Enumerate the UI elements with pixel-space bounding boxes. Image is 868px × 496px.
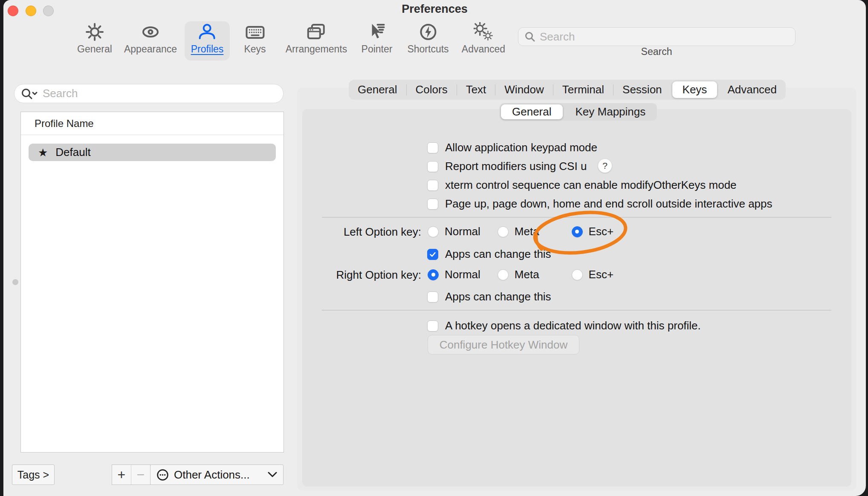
checkbox-label: A hotkey opens a dedicated window with t… [445, 319, 701, 332]
window-title: Preferences [3, 3, 866, 16]
checkbox-label: xterm control sequence can enable modify… [445, 179, 737, 192]
configure-hotkey-label: Configure Hotkey Window [440, 338, 568, 352]
other-actions-dropdown[interactable]: Other Actions... [150, 464, 284, 485]
gear-icon [85, 22, 104, 42]
tab-general[interactable]: General [349, 80, 406, 100]
radio-esc[interactable] [572, 269, 583, 280]
radio-label: Meta [515, 225, 539, 238]
subtab-key-mappings[interactable]: Key Mappings [564, 103, 657, 121]
toolbar-item-shortcuts[interactable]: Shortcuts [407, 22, 448, 55]
other-actions-label: Other Actions... [174, 468, 263, 482]
left-option-key-label: Left Option key: [293, 225, 421, 239]
keyboard-icon [245, 22, 265, 42]
circled-ellipsis-icon [156, 469, 169, 481]
person-icon [197, 22, 217, 42]
tags-button-label: Tags > [17, 469, 49, 481]
search-icon [524, 31, 535, 42]
toolbar-item-pointer[interactable]: Pointer [362, 22, 393, 55]
add-profile-button[interactable]: + [112, 465, 131, 484]
star-icon: ★ [38, 147, 48, 158]
profile-list: Profile Name ★ Default [20, 112, 284, 453]
toolbar-item-profiles[interactable]: Profiles [191, 22, 224, 55]
radio-normal-selected[interactable] [428, 269, 439, 280]
toolbar-search-field[interactable]: Search [518, 27, 796, 46]
profile-row-default[interactable]: ★ Default [29, 144, 276, 161]
checkbox-row-scroll-outside[interactable]: Page up, page down, home and end scroll … [427, 197, 773, 211]
screen: Preferences General Appearance Profiles [0, 0, 868, 496]
checkbox[interactable] [427, 180, 438, 191]
subtab-general[interactable]: General [501, 104, 563, 119]
eye-icon [141, 22, 160, 42]
radio-meta[interactable] [498, 226, 509, 237]
section-divider [322, 217, 831, 218]
toolbar-item-label: Arrangements [286, 43, 347, 55]
radio-label: Normal [445, 225, 480, 238]
help-button[interactable]: ? [598, 159, 612, 173]
toolbar-item-label: Keys [244, 43, 266, 55]
right-option-key-label: Right Option key: [293, 268, 421, 282]
windows-icon [307, 22, 326, 42]
toolbar-item-label: Shortcuts [407, 43, 448, 55]
plus-icon: + [117, 467, 125, 483]
tab-colors[interactable]: Colors [407, 80, 457, 100]
checkbox-row-left-apps-change[interactable]: Apps can change this [427, 248, 551, 261]
toolbar-search-placeholder: Search [540, 30, 575, 43]
toolbar-item-appearance[interactable]: Appearance [124, 22, 177, 55]
toolbar-item-label: Advanced [462, 43, 505, 55]
checkbox[interactable] [427, 320, 438, 332]
tab-text[interactable]: Text [457, 80, 495, 100]
toolbar-item-keys[interactable]: Keys [244, 22, 266, 55]
checkbox-row-csi-u[interactable]: Report modifiers using CSI u [427, 160, 587, 173]
tab-session[interactable]: Session [613, 80, 671, 100]
toolbar-item-label: General [77, 43, 112, 55]
tab-window[interactable]: Window [495, 80, 553, 100]
toolbar-item-label: Profiles [191, 43, 224, 55]
profile-search-placeholder: Search [43, 87, 78, 100]
toolbar-item-label: Pointer [362, 43, 393, 55]
checkbox[interactable] [427, 142, 438, 153]
remove-profile-button[interactable]: − [131, 465, 150, 484]
tab-keys[interactable]: Keys [672, 81, 718, 98]
checkbox-label: Page up, page down, home and end scroll … [445, 197, 773, 211]
check-icon [428, 250, 437, 259]
splitter-handle[interactable] [12, 279, 18, 285]
toolbar-item-label: Appearance [124, 43, 177, 55]
gears-icon [474, 22, 493, 42]
checkbox-label: Allow application keypad mode [445, 141, 597, 154]
checkbox[interactable] [427, 199, 438, 210]
cursor-icon [367, 22, 387, 42]
checkbox[interactable] [427, 161, 438, 172]
search-with-options-icon [20, 88, 39, 100]
toolbar-item-general[interactable]: General [77, 22, 112, 55]
profile-name: Default [55, 146, 90, 159]
tab-terminal[interactable]: Terminal [553, 80, 613, 100]
radio-label: Esc+ [589, 225, 614, 238]
tab-advanced[interactable]: Advanced [718, 80, 786, 100]
profile-search-field[interactable]: Search [14, 84, 284, 103]
configure-hotkey-window-button[interactable]: Configure Hotkey Window [428, 335, 579, 355]
left-option-radio-group: Normal Meta Esc+ [428, 225, 613, 238]
minus-icon: − [136, 467, 145, 483]
chevron-down-icon [268, 472, 277, 478]
profile-add-remove-group: + − [112, 464, 150, 485]
checkbox-label: Apps can change this [445, 248, 551, 261]
checkbox[interactable] [427, 291, 438, 303]
tags-button[interactable]: Tags > [12, 464, 55, 485]
toolbar-item-advanced[interactable]: Advanced [462, 22, 505, 55]
checkbox-checked[interactable] [427, 249, 438, 260]
checkbox-label: Apps can change this [445, 290, 551, 303]
toolbar-search-caption: Search [641, 46, 672, 58]
checkbox-row-modifyotherkeys[interactable]: xterm control sequence can enable modify… [427, 179, 737, 192]
checkbox-row-hotkey-window[interactable]: A hotkey opens a dedicated window with t… [427, 319, 701, 332]
checkbox-row-keypad[interactable]: Allow application keypad mode [427, 141, 597, 154]
toolbar-item-arrangements[interactable]: Arrangements [286, 22, 347, 55]
radio-esc-selected[interactable] [572, 226, 583, 237]
radio-label: Esc+ [589, 268, 614, 281]
bolt-circle-icon [418, 22, 438, 42]
radio-normal[interactable] [428, 226, 439, 237]
radio-meta[interactable] [498, 269, 509, 280]
keys-subtab-bar: General Key Mappings [500, 103, 657, 121]
checkbox-row-right-apps-change[interactable]: Apps can change this [427, 290, 551, 303]
section-divider [322, 310, 831, 311]
checkbox-label: Report modifiers using CSI u [445, 160, 587, 173]
